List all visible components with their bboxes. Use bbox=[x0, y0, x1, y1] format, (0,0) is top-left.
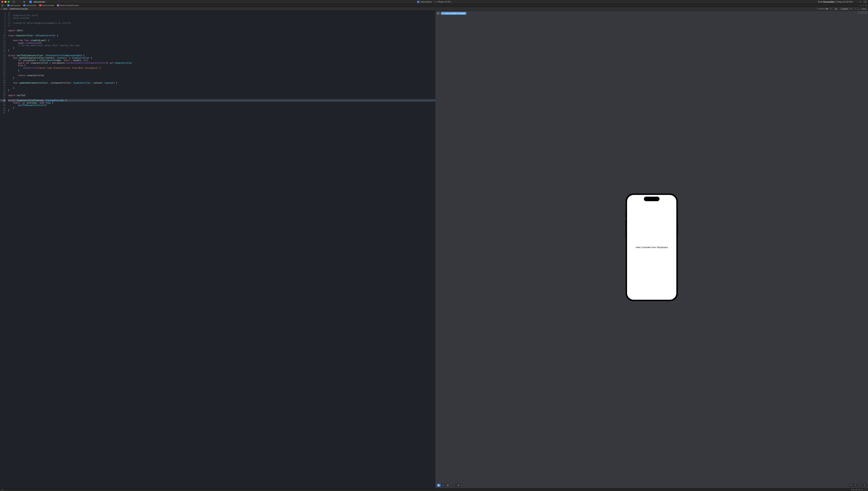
preview-name-pill[interactable]: View Controller Preview bbox=[441, 12, 467, 15]
chevron-right-icon: › bbox=[22, 4, 22, 6]
code-line[interactable]: let storyboard = UIStoryboard(name: "Mai… bbox=[8, 59, 436, 62]
code-line[interactable]: else { bbox=[8, 64, 436, 67]
find-input[interactable] bbox=[9, 8, 816, 10]
device-screen[interactable]: View Controller from Storyboard bbox=[627, 195, 676, 300]
zoom-fit-button[interactable]: 1 bbox=[858, 484, 862, 487]
clear-search-icon[interactable]: ✕ bbox=[825, 8, 829, 10]
zoom-actual-button[interactable] bbox=[854, 484, 858, 487]
find-prev-button[interactable]: ‹ bbox=[854, 8, 857, 10]
variants-preview-button[interactable] bbox=[446, 484, 450, 487]
code-line[interactable]: func updateUIViewController(_ uiViewCont… bbox=[8, 82, 436, 84]
code-line[interactable]: } bbox=[8, 49, 436, 52]
code-line[interactable]: guard let viewController = storyboard.in… bbox=[8, 62, 436, 64]
code-line[interactable]: // uikit-preview bbox=[8, 17, 436, 19]
code-line[interactable] bbox=[8, 37, 436, 39]
code-line[interactable]: // bbox=[8, 19, 436, 22]
toggle-debug-area-icon[interactable] bbox=[1, 489, 3, 491]
code-line[interactable] bbox=[8, 52, 436, 54]
code-line[interactable]: } bbox=[8, 69, 436, 71]
line-number: 31 bbox=[0, 87, 5, 89]
editor-options-icon[interactable]: ≡ bbox=[863, 4, 864, 7]
code-line[interactable] bbox=[8, 112, 436, 114]
code-line[interactable]: } bbox=[8, 89, 436, 92]
breadcrumb-item-file[interactable]: ViewController bbox=[39, 4, 54, 6]
zoom-in-button[interactable] bbox=[863, 484, 867, 487]
svg-point-12 bbox=[438, 485, 439, 486]
code-line[interactable]: struct ViewControllerPreview: PreviewPro… bbox=[8, 99, 436, 102]
line-number: 29 bbox=[0, 82, 5, 84]
zoom-out-button[interactable] bbox=[849, 484, 853, 487]
code-line[interactable]: struct SwiftUIViewController: UIViewCont… bbox=[8, 54, 436, 57]
code-line[interactable] bbox=[8, 79, 436, 82]
color-scheme-button[interactable] bbox=[456, 484, 460, 487]
code-line[interactable]: class ViewController: UIViewController { bbox=[8, 34, 436, 37]
add-editor-icon[interactable]: ⊞ bbox=[865, 4, 867, 7]
run-button[interactable] bbox=[23, 0, 26, 3]
code-line[interactable]: return viewController bbox=[8, 74, 436, 77]
code-line[interactable]: import UIKit bbox=[8, 29, 436, 32]
build-status-result: Succeeded bbox=[823, 1, 834, 3]
line-number: 16 bbox=[0, 49, 5, 52]
code-line[interactable]: // Created by Sarun Wongpatcharapakorn o… bbox=[8, 22, 436, 24]
nav-back-button[interactable]: ‹ bbox=[4, 4, 5, 7]
code-line[interactable]: } bbox=[8, 77, 436, 79]
chevron-up-down-icon: ⇅ bbox=[850, 8, 852, 9]
related-items-icon[interactable] bbox=[1, 4, 3, 7]
live-preview-button[interactable] bbox=[437, 484, 441, 487]
toggle-sidebar-icon[interactable] bbox=[12, 0, 16, 3]
breadcrumb-item-symbol[interactable]: S ViewControllerPreview bbox=[57, 4, 79, 6]
preview-layout-1-icon[interactable] bbox=[858, 11, 860, 13]
line-number: 6 bbox=[0, 24, 5, 27]
find-mode-dropdown[interactable]: Find ⌄ bbox=[3, 8, 8, 10]
code-line[interactable]: } bbox=[8, 107, 436, 109]
code-line[interactable] bbox=[8, 97, 436, 99]
breadcrumb-item-project[interactable]: uikit-preview bbox=[7, 4, 21, 6]
svg-rect-9 bbox=[1, 5, 2, 6]
code-line[interactable]: static var previews: some View { bbox=[8, 102, 436, 104]
code-line[interactable]: func makeUIViewController(context: Conte… bbox=[8, 57, 436, 59]
cursor-position: Line: 36 Col: 48 bbox=[851, 489, 863, 491]
code-line[interactable] bbox=[8, 27, 436, 29]
add-search-button[interactable]: + bbox=[830, 7, 833, 10]
build-status[interactable]: Build Succeeded | Today at 6:06 PM bbox=[818, 1, 852, 3]
selectable-preview-button[interactable] bbox=[441, 484, 445, 487]
code-line[interactable] bbox=[8, 84, 436, 87]
code-line[interactable]: override func viewDidLoad() { bbox=[8, 39, 436, 41]
match-type-dropdown[interactable]: Contains ⇅ bbox=[840, 7, 853, 10]
code-line[interactable]: // Do any additional setup after loading… bbox=[8, 44, 436, 47]
find-done-button[interactable]: Done bbox=[861, 8, 867, 10]
minimize-window-button[interactable] bbox=[4, 1, 6, 3]
code-line[interactable]: super.viewDidLoad() bbox=[8, 42, 436, 44]
breadcrumb-item-folder[interactable]: uikit-preview bbox=[23, 4, 36, 6]
code-line[interactable]: } bbox=[8, 47, 436, 49]
code-line[interactable] bbox=[8, 92, 436, 94]
match-case-toggle[interactable]: Aa bbox=[834, 7, 838, 10]
zoom-window-button[interactable] bbox=[8, 1, 9, 3]
code-line[interactable]: SwiftUIViewController() bbox=[8, 104, 436, 107]
add-tab-button[interactable] bbox=[859, 0, 862, 3]
code-line[interactable]: fatalError("Cannot load ViewController f… bbox=[8, 67, 436, 69]
close-window-button[interactable] bbox=[1, 1, 3, 3]
toggle-right-sidebar-icon[interactable] bbox=[864, 0, 867, 3]
preview-layout-3-icon[interactable] bbox=[865, 11, 867, 13]
project-name[interactable]: uikit-preview bbox=[33, 1, 45, 3]
code-line[interactable]: import SwiftUI bbox=[8, 94, 436, 97]
pin-preview-button[interactable] bbox=[437, 12, 440, 15]
preview-layout-2-icon[interactable] bbox=[861, 11, 864, 13]
code-line[interactable]: } bbox=[8, 87, 436, 89]
nav-forward-button[interactable]: › bbox=[5, 4, 6, 7]
editor-layout-icon[interactable]: ⇔ bbox=[860, 4, 862, 7]
main-split: 1234567891011121314151617181920212223242… bbox=[0, 11, 868, 488]
code-line[interactable] bbox=[8, 71, 436, 74]
code-line[interactable]: // bbox=[8, 12, 436, 14]
chevron-right-icon: › bbox=[55, 4, 56, 6]
minimap-toggle-icon[interactable] bbox=[865, 489, 867, 490]
run-destination[interactable]: uikit-preview › ▢ iPhone 14 Pro bbox=[417, 1, 451, 3]
code-line[interactable] bbox=[8, 32, 436, 34]
find-next-button[interactable]: › bbox=[857, 8, 860, 10]
code-editor[interactable]: //// ViewController.swift// uikit-previe… bbox=[7, 11, 436, 488]
code-line[interactable]: // ViewController.swift bbox=[8, 14, 436, 17]
device-settings-button[interactable] bbox=[452, 484, 456, 487]
code-line[interactable]: } bbox=[8, 109, 436, 112]
code-line[interactable]: // bbox=[8, 24, 436, 27]
